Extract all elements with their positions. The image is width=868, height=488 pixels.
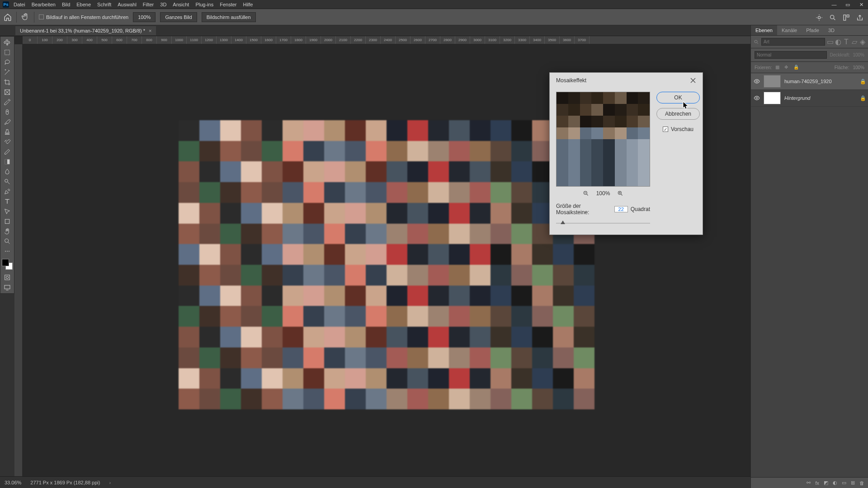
- brush-tool-icon[interactable]: [1, 117, 14, 127]
- zoom-tool-icon[interactable]: [1, 236, 14, 246]
- menu-item[interactable]: Bild: [62, 2, 70, 7]
- cloud-icon[interactable]: [816, 14, 823, 21]
- type-tool-icon[interactable]: [1, 197, 14, 206]
- dialog-close-icon[interactable]: [690, 77, 696, 84]
- delete-layer-icon[interactable]: 🗑: [859, 480, 864, 486]
- fill-screen-button[interactable]: Bildschirm ausfüllen: [202, 12, 256, 22]
- menu-item[interactable]: Ebene: [76, 2, 91, 7]
- layer-name[interactable]: Hintergrund: [784, 95, 856, 101]
- menu-item[interactable]: Bearbeiten: [32, 2, 56, 7]
- layer-row[interactable]: Hintergrund🔒: [751, 90, 868, 107]
- panel-tab[interactable]: Pfade: [802, 25, 824, 35]
- visibility-icon[interactable]: [754, 95, 760, 101]
- lock-all-icon[interactable]: 🔒: [793, 65, 799, 70]
- healing-tool-icon[interactable]: [1, 107, 14, 117]
- hand-tool-icon[interactable]: [21, 13, 29, 22]
- zoom-in-icon[interactable]: [617, 190, 623, 197]
- panel-tab[interactable]: 3D: [824, 25, 839, 35]
- filter-adjust-icon[interactable]: ◐: [835, 39, 841, 45]
- menu-item[interactable]: Datei: [14, 2, 25, 7]
- filter-smart-icon[interactable]: ◈: [859, 39, 866, 45]
- shape-tool-icon[interactable]: [1, 216, 14, 226]
- scroll-all-windows-checkbox[interactable]: Bildlauf in allen Fenstern durchführen: [39, 14, 128, 20]
- workspace-icon[interactable]: [843, 14, 850, 21]
- layer-thumbnail[interactable]: [764, 92, 781, 104]
- document-tab[interactable]: Unbenannt-1 bei 33,1% (human-740259_1920…: [15, 26, 156, 35]
- window-controls: — ▭ ✕: [827, 0, 868, 9]
- dialog-titlebar[interactable]: Mosaikeffekt: [550, 73, 703, 88]
- cancel-button[interactable]: Abbrechen: [656, 108, 700, 120]
- home-icon[interactable]: [4, 13, 12, 21]
- crop-tool-icon[interactable]: [1, 77, 14, 87]
- path-tool-icon[interactable]: [1, 206, 14, 216]
- layer-row[interactable]: human-740259_1920🔒: [751, 73, 868, 90]
- gradient-tool-icon[interactable]: [1, 157, 14, 167]
- screen-mode-icon[interactable]: [1, 282, 14, 292]
- fit-screen-button[interactable]: Ganzes Bild: [160, 12, 197, 22]
- layer-mask-icon[interactable]: ◩: [824, 480, 828, 486]
- pen-tool-icon[interactable]: [1, 187, 14, 197]
- close-button[interactable]: ✕: [854, 0, 868, 9]
- color-swatches[interactable]: [2, 259, 13, 270]
- layer-fx-icon[interactable]: fx: [815, 480, 819, 486]
- lasso-tool-icon[interactable]: [1, 57, 14, 67]
- preview-checkbox[interactable]: ✓ Vorschau: [663, 126, 693, 132]
- lock-pixels-icon[interactable]: ▦: [775, 65, 781, 70]
- filter-type-icon[interactable]: T: [843, 39, 849, 45]
- marquee-tool-icon[interactable]: [1, 47, 14, 57]
- stamp-tool-icon[interactable]: [1, 127, 14, 137]
- ok-button[interactable]: OK: [656, 92, 700, 103]
- zoom-value-field[interactable]: 100%: [133, 12, 156, 22]
- menu-item[interactable]: Fenster: [220, 2, 236, 7]
- layer-filter-input[interactable]: [761, 38, 825, 46]
- close-tab-icon[interactable]: ×: [149, 28, 151, 33]
- history-brush-tool-icon[interactable]: [1, 137, 14, 147]
- dialog-preview[interactable]: [556, 92, 650, 187]
- edit-toolbar-icon[interactable]: ⋯: [1, 246, 14, 256]
- move-tool-icon[interactable]: [1, 38, 14, 47]
- param-input[interactable]: [614, 206, 628, 212]
- layer-name[interactable]: human-740259_1920: [784, 79, 856, 84]
- magic-wand-tool-icon[interactable]: [1, 67, 14, 77]
- lock-position-icon[interactable]: ✥: [784, 65, 790, 70]
- menu-item[interactable]: 3D: [160, 2, 166, 7]
- app-logo: Ps: [3, 1, 9, 8]
- hand-tool-icon[interactable]: [1, 226, 14, 236]
- menu-item[interactable]: Hilfe: [243, 2, 253, 7]
- filter-image-icon[interactable]: ▭: [827, 39, 833, 45]
- link-layers-icon[interactable]: ⚯: [807, 480, 811, 486]
- status-zoom[interactable]: 33.06%: [5, 480, 21, 485]
- search-icon[interactable]: [829, 14, 836, 21]
- fill-label: Fläche:: [835, 65, 849, 70]
- filter-shape-icon[interactable]: ▱: [851, 39, 858, 45]
- zoom-out-icon[interactable]: [583, 190, 589, 197]
- menu-item[interactable]: Schrift: [97, 2, 111, 7]
- status-chevron-icon[interactable]: ›: [109, 480, 111, 485]
- dodge-tool-icon[interactable]: [1, 177, 14, 187]
- menu-item[interactable]: Auswahl: [118, 2, 137, 7]
- blur-tool-icon[interactable]: [1, 167, 14, 177]
- opacity-value[interactable]: 100%: [853, 52, 864, 57]
- menu-item[interactable]: Filter: [143, 2, 154, 7]
- panel-tab[interactable]: Ebenen: [751, 25, 777, 35]
- quick-mask-icon[interactable]: [1, 272, 14, 282]
- layer-thumbnail[interactable]: [764, 75, 781, 88]
- minimize-button[interactable]: —: [827, 0, 841, 9]
- foreground-color[interactable]: [2, 259, 9, 266]
- panel-tab[interactable]: Kanäle: [777, 25, 802, 35]
- new-layer-icon[interactable]: ⊞: [851, 480, 855, 486]
- adjustment-layer-icon[interactable]: ◐: [833, 480, 837, 486]
- eyedropper-tool-icon[interactable]: [1, 97, 14, 107]
- menu-item[interactable]: Ansicht: [173, 2, 189, 7]
- param-slider[interactable]: [556, 220, 650, 226]
- maximize-button[interactable]: ▭: [841, 0, 854, 9]
- param-unit: Quadrat: [631, 206, 650, 212]
- eraser-tool-icon[interactable]: [1, 147, 14, 157]
- share-icon[interactable]: [856, 14, 863, 21]
- visibility-icon[interactable]: [754, 78, 760, 84]
- frame-tool-icon[interactable]: [1, 87, 14, 97]
- menu-item[interactable]: Plug-ins: [195, 2, 213, 7]
- blend-mode-select[interactable]: Normal: [755, 51, 827, 59]
- fill-value[interactable]: 100%: [853, 65, 864, 70]
- layer-group-icon[interactable]: ▭: [842, 480, 846, 486]
